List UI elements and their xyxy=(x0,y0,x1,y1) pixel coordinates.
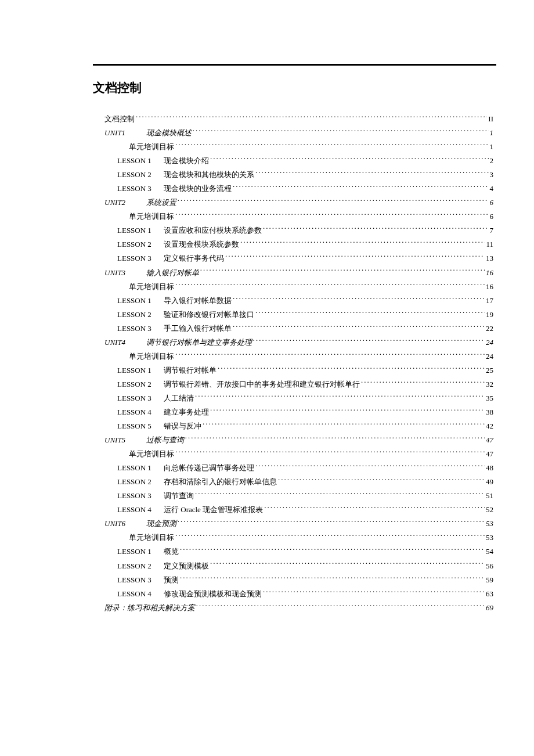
toc-page-number: 11 xyxy=(486,237,493,251)
toc-entry: UNIT2系统设置6 xyxy=(104,196,493,210)
lesson-code: LESSON 2 xyxy=(117,168,164,182)
toc-entry-label: UNIT3输入银行对帐单 xyxy=(104,266,199,280)
toc-page-number: 48 xyxy=(486,461,493,475)
lesson-title: 导入银行对帐单数据 xyxy=(164,296,232,305)
toc-entry: LESSON 2存档和清除引入的银行对帐单信息49 xyxy=(104,475,493,489)
lesson-code: LESSON 3 xyxy=(117,251,164,265)
table-of-contents: 文档控制IIUNIT1现金模块概述1单元培训目标1LESSON 1现金模块介绍2… xyxy=(104,112,493,615)
toc-leader xyxy=(178,197,489,205)
toc-entry: LESSON 4建立事务处理38 xyxy=(104,405,493,419)
toc-page-number: 59 xyxy=(486,573,493,587)
toc-page-number: 25 xyxy=(486,363,493,377)
lesson-title: 概览 xyxy=(164,547,179,556)
toc-entry: UNIT5过帐与查询47 xyxy=(104,433,493,447)
toc-entry-label: LESSON 3预测 xyxy=(117,573,179,587)
lesson-code: LESSON 1 xyxy=(117,294,164,308)
toc-leader xyxy=(218,365,485,373)
lesson-title: 现金模块介绍 xyxy=(164,156,209,165)
toc-entry-label: 单元培训目标 xyxy=(129,531,174,545)
lesson-title: 验证和修改银行对帐单接口 xyxy=(164,310,254,319)
toc-page-number: 35 xyxy=(486,391,493,405)
toc-page-number: 49 xyxy=(486,475,493,489)
unit-code: UNIT4 xyxy=(104,336,146,350)
lesson-code: LESSON 2 xyxy=(117,308,164,322)
lesson-code: LESSON 3 xyxy=(117,182,164,196)
unit-code: UNIT6 xyxy=(104,517,146,531)
toc-page-number: 53 xyxy=(486,531,493,545)
toc-entry: 单元培训目标16 xyxy=(104,280,493,294)
toc-page-number: 13 xyxy=(486,251,493,265)
toc-entry: 单元培训目标53 xyxy=(104,531,493,545)
toc-leader xyxy=(195,393,485,401)
toc-entry: LESSON 1调节银行对帐单25 xyxy=(104,363,493,377)
toc-leader xyxy=(255,309,485,317)
toc-entry-label: LESSON 2定义预测模板 xyxy=(117,559,209,573)
toc-leader xyxy=(178,519,485,526)
toc-page-number: 47 xyxy=(486,447,493,461)
toc-leader xyxy=(361,379,485,387)
toc-entry: UNIT1现金模块概述1 xyxy=(104,126,493,140)
toc-leader xyxy=(185,435,485,442)
toc-entry-label: 单元培训目标 xyxy=(129,210,174,224)
lesson-code: LESSON 1 xyxy=(117,461,164,475)
toc-page-number: 47 xyxy=(486,433,493,447)
lesson-code: LESSON 4 xyxy=(117,405,164,419)
lesson-code: LESSON 5 xyxy=(117,419,164,433)
lesson-code: LESSON 1 xyxy=(117,154,164,168)
toc-leader xyxy=(240,239,485,247)
toc-page-number: 53 xyxy=(486,517,493,531)
lesson-code: LESSON 2 xyxy=(117,377,164,391)
toc-entry-label: LESSON 2验证和修改银行对帐单接口 xyxy=(117,308,254,322)
toc-entry: UNIT3输入银行对帐单16 xyxy=(104,266,493,280)
toc-entry: LESSON 1概览54 xyxy=(104,545,493,559)
lesson-code: LESSON 2 xyxy=(117,559,164,573)
toc-leader xyxy=(263,589,485,596)
lesson-title: 调节查询 xyxy=(164,491,194,500)
toc-entry: 文档控制II xyxy=(104,112,493,126)
unit-title: 系统设置 xyxy=(146,198,176,207)
toc-entry-label: LESSON 3定义银行事务代码 xyxy=(117,251,224,265)
toc-leader xyxy=(136,114,487,121)
lesson-title: 人工结清 xyxy=(164,394,194,402)
toc-leader xyxy=(278,477,485,484)
toc-entry-label: LESSON 4建立事务处理 xyxy=(117,405,209,419)
toc-entry: LESSON 3人工结清35 xyxy=(104,391,493,405)
toc-leader xyxy=(233,296,485,303)
lesson-code: LESSON 3 xyxy=(117,391,164,405)
unit-code: UNIT2 xyxy=(104,196,146,210)
toc-leader xyxy=(255,463,485,470)
toc-entry-label: LESSON 3现金模块的业务流程 xyxy=(117,182,232,196)
toc-entry-label: LESSON 3人工结清 xyxy=(117,391,194,405)
toc-entry-label: UNIT6现金预测 xyxy=(104,517,176,531)
unit-title: 调节银行对帐单与建立事务处理 xyxy=(146,338,252,347)
toc-entry-label: UNIT2系统设置 xyxy=(104,196,176,210)
toc-entry-label: UNIT5过帐与查询 xyxy=(104,433,184,447)
toc-entry: LESSON 4修改现金预测模板和现金预测63 xyxy=(104,587,493,601)
toc-page-number: 32 xyxy=(486,377,493,391)
toc-entry-label: LESSON 3手工输入银行对帐单 xyxy=(117,322,232,336)
toc-entry-label: 单元培训目标 xyxy=(129,140,174,154)
toc-page-number: 54 xyxy=(486,545,493,559)
toc-entry-label: LESSON 1导入银行对帐单数据 xyxy=(117,294,232,308)
toc-entry: LESSON 2调节银行差错、开放接口中的事务处理和建立银行对帐单行32 xyxy=(104,377,493,391)
toc-leader xyxy=(263,225,489,233)
toc-page-number: 69 xyxy=(486,601,493,615)
toc-page-number: 17 xyxy=(486,294,493,308)
toc-leader xyxy=(233,183,489,191)
toc-entry-label: 附录：练习和相关解决方案 xyxy=(104,601,195,615)
toc-entry: 附录：练习和相关解决方案69 xyxy=(104,601,493,615)
toc-entry: LESSON 1向总帐传递已调节事务处理48 xyxy=(104,461,493,475)
lesson-title: 现金模块的业务流程 xyxy=(164,184,232,193)
toc-entry: 单元培训目标47 xyxy=(104,447,493,461)
toc-leader xyxy=(175,532,485,540)
toc-entry: 单元培训目标1 xyxy=(104,140,493,154)
toc-leader xyxy=(193,128,489,135)
lesson-title: 错误与反冲 xyxy=(164,422,201,430)
toc-entry: LESSON 3调节查询51 xyxy=(104,489,493,503)
lesson-code: LESSON 4 xyxy=(117,587,164,601)
lesson-title: 定义银行事务代码 xyxy=(164,254,224,262)
toc-page-number: 52 xyxy=(486,503,493,517)
toc-entry-label: LESSON 2现金模块和其他模块的关系 xyxy=(117,168,254,182)
lesson-code: LESSON 2 xyxy=(117,475,164,489)
toc-entry-label: LESSON 1设置应收和应付模块系统参数 xyxy=(117,224,262,237)
